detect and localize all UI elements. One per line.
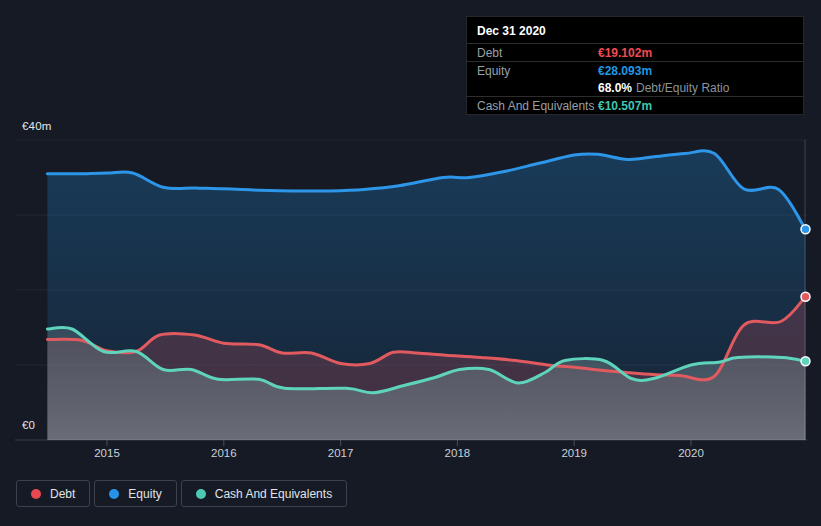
x-tick-label-2020: 2020 — [678, 447, 704, 459]
legend-item-cash-and-equivalents[interactable]: Cash And Equivalents — [181, 480, 347, 507]
tooltip-ratio-label: Debt/Equity Ratio — [636, 81, 729, 95]
tooltip-debt-label: Debt — [477, 46, 598, 60]
chart-panel: €40m €0 201520162017201820192020 Dec 31 … — [0, 0, 821, 526]
tooltip-row-cash: Cash And Equivalents €10.507m — [467, 96, 803, 114]
legend-item-debt[interactable]: Debt — [16, 480, 90, 507]
legend-item-equity[interactable]: Equity — [94, 480, 176, 507]
tooltip-row-ratio: 68.0% Debt/Equity Ratio — [467, 79, 803, 96]
legend-dot-icon — [31, 489, 41, 499]
marker-cash-and-equivalents — [801, 357, 810, 366]
tooltip-debt-value: €19.102m — [598, 46, 652, 60]
tooltip-cash-value: €10.507m — [598, 99, 652, 113]
x-tick-label-2016: 2016 — [211, 447, 237, 459]
x-tick-label-2018: 2018 — [445, 447, 471, 459]
tooltip: Dec 31 2020 Debt €19.102m Equity €28.093… — [466, 16, 804, 115]
tooltip-date: Dec 31 2020 — [467, 17, 803, 43]
x-tick-label-2015: 2015 — [94, 447, 120, 459]
x-tick-label-2019: 2019 — [561, 447, 587, 459]
y-axis-label-40m: €40m — [22, 120, 52, 132]
tooltip-equity-label: Equity — [477, 64, 598, 78]
legend: DebtEquityCash And Equivalents — [16, 480, 347, 507]
marker-debt — [801, 292, 810, 301]
legend-dot-icon — [109, 489, 119, 499]
tooltip-ratio-value: 68.0% — [598, 81, 632, 95]
y-axis-label-0: €0 — [22, 419, 35, 431]
x-tick-label-2017: 2017 — [328, 447, 354, 459]
legend-label: Debt — [50, 487, 75, 501]
tooltip-row-equity: Equity €28.093m — [467, 61, 803, 79]
legend-dot-icon — [196, 489, 206, 499]
tooltip-equity-value: €28.093m — [598, 64, 652, 78]
marker-equity — [801, 225, 810, 234]
tooltip-row-debt: Debt €19.102m — [467, 43, 803, 61]
legend-label: Cash And Equivalents — [215, 487, 332, 501]
tooltip-cash-label: Cash And Equivalents — [477, 99, 598, 113]
legend-label: Equity — [128, 487, 161, 501]
